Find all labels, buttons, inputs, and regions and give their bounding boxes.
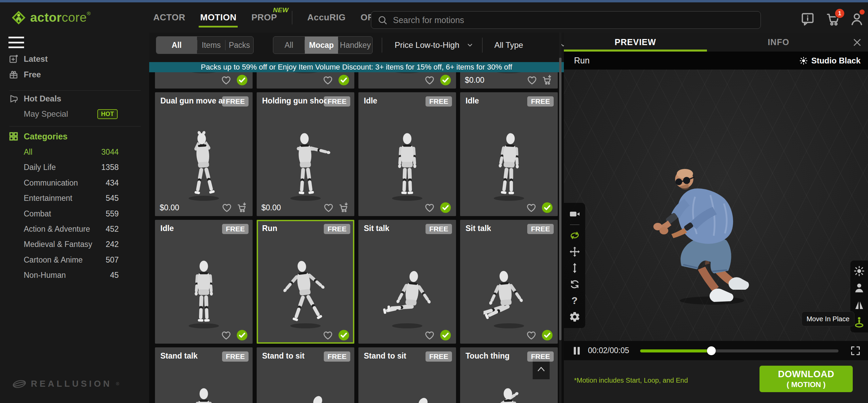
favorite-heart-icon[interactable] bbox=[526, 330, 537, 341]
filter-option-mocap[interactable]: Mocap bbox=[305, 37, 338, 54]
favorite-heart-icon[interactable] bbox=[221, 75, 232, 85]
category-item-communication[interactable]: Communication434 bbox=[0, 175, 149, 191]
nav-tab-motion[interactable]: MOTION bbox=[200, 2, 236, 33]
settings-gear-icon[interactable] bbox=[569, 311, 580, 323]
motion-card-stand-to-sit[interactable]: Stand to sitFREE bbox=[358, 347, 456, 403]
category-item-all[interactable]: All3044 bbox=[0, 145, 149, 160]
camera-view-icon[interactable] bbox=[569, 208, 580, 220]
favorite-heart-icon[interactable] bbox=[323, 202, 334, 213]
lighting-icon[interactable] bbox=[853, 265, 865, 277]
filter-option-all[interactable]: All bbox=[273, 37, 304, 54]
favorite-heart-icon[interactable] bbox=[221, 202, 232, 213]
category-item-action-adventure[interactable]: Action & Adventure452 bbox=[0, 222, 149, 237]
fullscreen-icon[interactable] bbox=[850, 345, 861, 357]
free-badge: FREE bbox=[426, 224, 452, 234]
pan-tool-icon[interactable] bbox=[569, 246, 580, 257]
tab-info[interactable]: INFO bbox=[707, 33, 850, 52]
motion-card-idle[interactable]: IdleFREE bbox=[155, 220, 253, 344]
add-to-cart-icon[interactable] bbox=[237, 202, 248, 213]
account-button[interactable] bbox=[849, 12, 864, 26]
motion-card[interactable] bbox=[257, 72, 354, 89]
filter-option-handkey[interactable]: Handkey bbox=[338, 37, 372, 54]
motion-card-sit-talk[interactable]: Sit talkFREE bbox=[460, 220, 558, 344]
category-item-daily-life[interactable]: Daily Life1358 bbox=[0, 160, 149, 175]
orbit-tool-icon[interactable] bbox=[569, 230, 580, 241]
catalog-scrollbar-thumb[interactable] bbox=[559, 58, 561, 340]
environment-selector[interactable]: Studio Black bbox=[799, 56, 861, 65]
favorite-heart-icon[interactable] bbox=[322, 330, 333, 341]
actorcore-logo[interactable]: actorcore® bbox=[11, 2, 91, 33]
preview-panel: PREVIEWINFO Run Studio Black bbox=[564, 33, 868, 403]
search-bar[interactable]: Search for motions bbox=[371, 11, 761, 29]
scroll-to-top-button[interactable] bbox=[533, 359, 550, 379]
reallusion-logo-icon bbox=[12, 379, 27, 389]
motion-card[interactable] bbox=[155, 72, 253, 89]
favorite-heart-icon[interactable] bbox=[424, 202, 435, 213]
category-count: 45 bbox=[110, 271, 119, 280]
favorite-heart-icon[interactable] bbox=[322, 75, 333, 85]
favorite-heart-icon[interactable] bbox=[527, 75, 537, 85]
promo-banner[interactable]: Packs up to 59% off or Enjoy Item Volume… bbox=[149, 62, 564, 72]
sort-dropdown[interactable]: Price Low-to-High bbox=[395, 36, 474, 54]
category-label: Daily Life bbox=[24, 163, 56, 172]
motion-card-holding-gun-shooting[interactable]: Holding gun shootingFREE $0.00 bbox=[257, 92, 354, 216]
motion-thumbnail bbox=[484, 258, 534, 330]
owned-check-icon bbox=[541, 329, 553, 341]
favorite-heart-icon[interactable] bbox=[424, 75, 435, 85]
character-icon[interactable] bbox=[853, 282, 865, 294]
motion-card-idle[interactable]: IdleFREE bbox=[358, 92, 456, 216]
free-badge: FREE bbox=[324, 351, 350, 362]
cart-button[interactable]: 1 bbox=[826, 12, 841, 26]
add-to-cart-icon[interactable] bbox=[542, 75, 553, 85]
nav-tab-prop[interactable]: PROPNEW bbox=[251, 2, 277, 33]
type-dropdown[interactable]: All Type bbox=[494, 36, 523, 54]
download-button[interactable]: DOWNLOAD ( MOTION ) bbox=[760, 366, 853, 392]
favorite-heart-icon[interactable] bbox=[424, 330, 435, 341]
favorite-heart-icon[interactable] bbox=[526, 202, 537, 213]
motion-card-run[interactable]: RunFREE bbox=[257, 220, 354, 344]
motion-card-sit-talk[interactable]: Sit talkFREE bbox=[358, 220, 456, 344]
filter-option-packs[interactable]: Packs bbox=[225, 37, 253, 54]
nav-tab-actor[interactable]: ACTOR bbox=[153, 2, 185, 33]
favorite-heart-icon[interactable] bbox=[221, 330, 232, 341]
tab-preview[interactable]: PREVIEW bbox=[564, 33, 707, 52]
card-actions bbox=[460, 199, 558, 216]
sidebar-item-categories[interactable]: Categories bbox=[0, 129, 149, 144]
motion-card-stand-to-sit[interactable]: Stand to sitFREE bbox=[257, 347, 354, 403]
motion-card-stand-talk[interactable]: Stand talkFREE bbox=[155, 347, 253, 403]
motion-card[interactable] bbox=[358, 72, 456, 89]
category-item-cartoon-anime[interactable]: Cartoon & Anime507 bbox=[0, 252, 149, 268]
category-item-non-human[interactable]: Non-Human45 bbox=[0, 268, 149, 283]
nav-tab-accurig[interactable]: AccuRIG bbox=[307, 2, 346, 33]
category-item-combat[interactable]: Combat559 bbox=[0, 206, 149, 222]
playback-slider[interactable] bbox=[640, 347, 839, 355]
zoom-vertical-icon[interactable] bbox=[569, 262, 580, 274]
card-row-partial-top: $0.00 bbox=[155, 72, 558, 89]
motion-card-idle[interactable]: IdleFREE bbox=[460, 92, 558, 216]
sidebar-item-hot-deals[interactable]: Hot Deals bbox=[0, 91, 149, 107]
reset-view-icon[interactable] bbox=[569, 279, 580, 290]
sidebar-item-latest[interactable]: Latest bbox=[0, 51, 149, 67]
category-label: Cartoon & Anime bbox=[24, 255, 83, 265]
divider bbox=[382, 38, 382, 53]
move-in-place-icon[interactable] bbox=[853, 316, 865, 328]
category-item-entertainment[interactable]: Entertainment545 bbox=[0, 191, 149, 206]
free-badge: FREE bbox=[324, 96, 350, 107]
add-to-cart-icon[interactable] bbox=[339, 202, 350, 213]
filter-option-all[interactable]: All bbox=[156, 37, 197, 54]
3d-viewport[interactable]: ? Move In Place bbox=[564, 70, 868, 341]
sidebar-item-free[interactable]: Free bbox=[0, 67, 149, 82]
motion-card-dual-gun-move-and-s-[interactable]: Dual gun move and s…FREE $0.00 bbox=[155, 92, 253, 216]
slider-thumb[interactable] bbox=[707, 346, 716, 355]
close-icon[interactable] bbox=[850, 37, 864, 47]
filter-option-items[interactable]: Items bbox=[197, 37, 225, 54]
preview-footer: *Motion includes Start, Loop, and End DO… bbox=[564, 360, 868, 403]
category-item-medieval-fantasy[interactable]: Medieval & Fantasy242 bbox=[0, 237, 149, 252]
pause-button[interactable] bbox=[572, 345, 582, 356]
help-icon[interactable]: ? bbox=[569, 295, 580, 306]
menu-icon[interactable] bbox=[8, 37, 24, 48]
motion-card[interactable]: $0.00 bbox=[460, 72, 558, 89]
feedback-icon[interactable] bbox=[800, 12, 815, 26]
sidebar-item-may-special[interactable]: May SpecialHOT bbox=[0, 106, 149, 122]
mirror-icon[interactable] bbox=[853, 299, 865, 311]
